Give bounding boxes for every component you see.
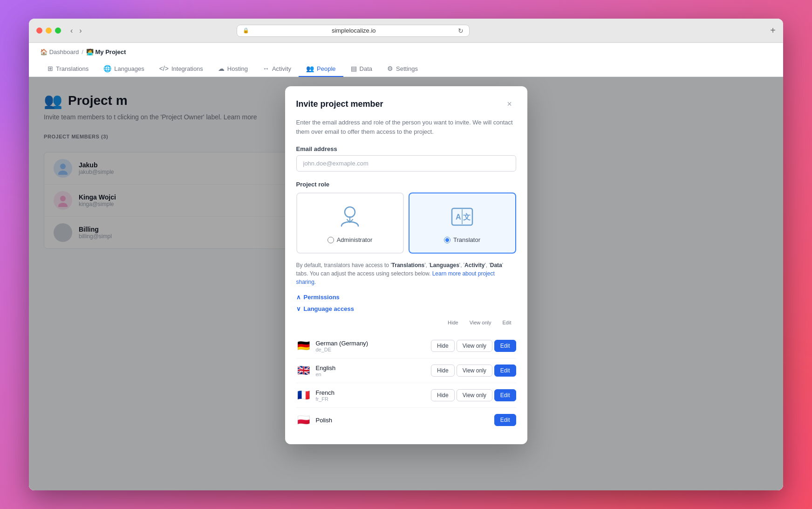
add-tab-button[interactable]: + bbox=[770, 25, 776, 36]
email-label: Email address bbox=[296, 145, 516, 152]
tab-data[interactable]: ▤ Data bbox=[343, 61, 380, 77]
tab-people[interactable]: 👥 People bbox=[299, 61, 343, 77]
view-only-button-fr[interactable]: View only bbox=[457, 389, 492, 401]
role-card-translator[interactable]: A 文 Translator bbox=[409, 193, 516, 254]
hide-button-en[interactable]: Hide bbox=[431, 365, 455, 377]
language-row-de: 🇩🇪 German (Germany) de_DE Hide View only bbox=[296, 334, 516, 358]
minimize-button[interactable] bbox=[46, 28, 52, 34]
url-text: simplelocalize.io bbox=[252, 27, 455, 34]
view-only-column-header: View only bbox=[465, 318, 496, 327]
role-cards: Administrator A 文 bbox=[296, 193, 516, 254]
modal-header: Invite project member × bbox=[285, 86, 527, 118]
permissions-section: ∧ Permissions ∨ Language access Hide bbox=[296, 294, 516, 429]
language-info-en: 🇬🇧 English en bbox=[296, 363, 336, 378]
translator-label: Translator bbox=[453, 236, 480, 243]
flag-pl: 🇵🇱 bbox=[296, 413, 311, 427]
breadcrumb-home[interactable]: 🏠 Dashboard bbox=[40, 48, 79, 55]
home-icon: 🏠 bbox=[40, 48, 48, 55]
refresh-icon[interactable]: ↻ bbox=[458, 27, 464, 34]
flag-de: 🇩🇪 bbox=[296, 338, 311, 353]
modal-body: Enter the email address and role of the … bbox=[285, 118, 527, 444]
back-button[interactable]: ‹ bbox=[68, 26, 75, 36]
tab-settings[interactable]: ⚙ Settings bbox=[380, 61, 425, 77]
address-bar[interactable]: 🔒 simplelocalize.io ↻ bbox=[237, 25, 470, 37]
flag-fr: 🇫🇷 bbox=[296, 388, 311, 403]
edit-button-en[interactable]: Edit bbox=[494, 365, 516, 377]
page-background: 👥 Project m Invite team members to t cli… bbox=[29, 77, 783, 490]
language-name-fr: French bbox=[316, 389, 334, 396]
svg-point-6 bbox=[345, 207, 355, 217]
learn-more-link[interactable]: Learn more about project sharing. bbox=[296, 270, 495, 285]
tab-activity[interactable]: ↔ Activity bbox=[255, 61, 299, 77]
edit-button-pl[interactable]: Edit bbox=[494, 414, 516, 426]
permissions-header[interactable]: ∧ Permissions bbox=[296, 294, 516, 301]
language-code-de: de_DE bbox=[316, 347, 368, 352]
role-description: By default, translators have access to '… bbox=[296, 261, 516, 286]
translator-radio-input[interactable] bbox=[444, 237, 450, 243]
integrations-icon: </> bbox=[159, 65, 169, 72]
breadcrumb-separator: / bbox=[82, 48, 83, 55]
svg-text:A: A bbox=[456, 213, 461, 221]
chevron-up-icon: ∧ bbox=[296, 294, 301, 301]
chevron-down-icon: ∨ bbox=[296, 305, 301, 312]
language-name-en: English bbox=[316, 365, 336, 371]
translations-icon: ⊞ bbox=[48, 65, 53, 72]
column-headers: Hide View only Edit bbox=[443, 318, 516, 327]
edit-button-fr[interactable]: Edit bbox=[494, 389, 516, 401]
role-card-administrator[interactable]: Administrator bbox=[296, 193, 404, 254]
activity-icon: ↔ bbox=[263, 65, 269, 72]
modal-overlay: Invite project member × Enter the email … bbox=[29, 77, 783, 490]
modal-description: Enter the email address and role of the … bbox=[296, 118, 516, 136]
language-row-pl: 🇵🇱 Polish Edit bbox=[296, 408, 516, 429]
language-info-pl: 🇵🇱 Polish bbox=[296, 413, 332, 427]
breadcrumb: 🏠 Dashboard / 🧑‍💻 My Project bbox=[40, 48, 772, 55]
project-role-label: Project role bbox=[296, 181, 516, 188]
modal-title: Invite project member bbox=[296, 99, 383, 109]
language-controls-fr: Hide View only Edit bbox=[431, 389, 516, 401]
hide-column-header: Hide bbox=[443, 318, 463, 327]
edit-button-de[interactable]: Edit bbox=[494, 340, 516, 352]
edit-column-header: Edit bbox=[498, 318, 516, 327]
permissions-label: Permissions bbox=[304, 294, 340, 301]
tab-hosting[interactable]: ☁ Hosting bbox=[211, 61, 255, 77]
hosting-icon: ☁ bbox=[218, 65, 225, 72]
svg-text:文: 文 bbox=[463, 213, 471, 221]
hide-button-fr[interactable]: Hide bbox=[431, 389, 455, 401]
close-button[interactable] bbox=[36, 28, 42, 34]
browser-window: ‹ › 🔒 simplelocalize.io ↻ + 🏠 Dashboard … bbox=[29, 19, 783, 490]
flag-en: 🇬🇧 bbox=[296, 363, 311, 378]
project-emoji: 🧑‍💻 bbox=[86, 48, 96, 55]
lock-icon: 🔒 bbox=[243, 28, 249, 34]
administrator-radio-input[interactable] bbox=[328, 237, 334, 243]
language-controls-en: Hide View only Edit bbox=[431, 365, 516, 377]
tab-languages[interactable]: 🌐 Languages bbox=[96, 61, 151, 77]
hide-button-de[interactable]: Hide bbox=[431, 340, 455, 352]
data-icon: ▤ bbox=[351, 65, 357, 72]
language-code-en: en bbox=[316, 371, 336, 377]
maximize-button[interactable] bbox=[55, 28, 61, 34]
traffic-lights bbox=[36, 28, 61, 34]
browser-titlebar: ‹ › 🔒 simplelocalize.io ↻ + bbox=[29, 19, 783, 43]
translator-radio[interactable]: Translator bbox=[444, 236, 480, 243]
administrator-radio[interactable]: Administrator bbox=[328, 236, 373, 243]
nav-tabs: ⊞ Translations 🌐 Languages </> Integrati… bbox=[40, 61, 772, 76]
settings-icon: ⚙ bbox=[387, 65, 393, 72]
language-name-pl: Polish bbox=[316, 417, 332, 424]
email-input[interactable] bbox=[296, 155, 516, 172]
language-access-header[interactable]: ∨ Language access bbox=[296, 305, 516, 312]
top-nav: 🏠 Dashboard / 🧑‍💻 My Project ⊞ Translati… bbox=[29, 43, 783, 77]
language-access-label: Language access bbox=[304, 305, 354, 312]
forward-button[interactable]: › bbox=[77, 26, 83, 36]
modal-close-button[interactable]: × bbox=[503, 97, 516, 110]
tab-translations[interactable]: ⊞ Translations bbox=[40, 61, 96, 77]
administrator-icon bbox=[336, 203, 364, 231]
language-row-fr: 🇫🇷 French fr_FR Hide View only E bbox=[296, 383, 516, 408]
view-only-button-de[interactable]: View only bbox=[457, 340, 492, 352]
breadcrumb-project[interactable]: 🧑‍💻 My Project bbox=[86, 48, 126, 55]
nav-arrows: ‹ › bbox=[68, 26, 84, 36]
languages-icon: 🌐 bbox=[103, 65, 111, 72]
language-info-fr: 🇫🇷 French fr_FR bbox=[296, 388, 334, 403]
tab-integrations[interactable]: </> Integrations bbox=[152, 61, 211, 77]
language-row-en: 🇬🇧 English en Hide View only Edi bbox=[296, 358, 516, 383]
view-only-button-en[interactable]: View only bbox=[457, 365, 492, 377]
